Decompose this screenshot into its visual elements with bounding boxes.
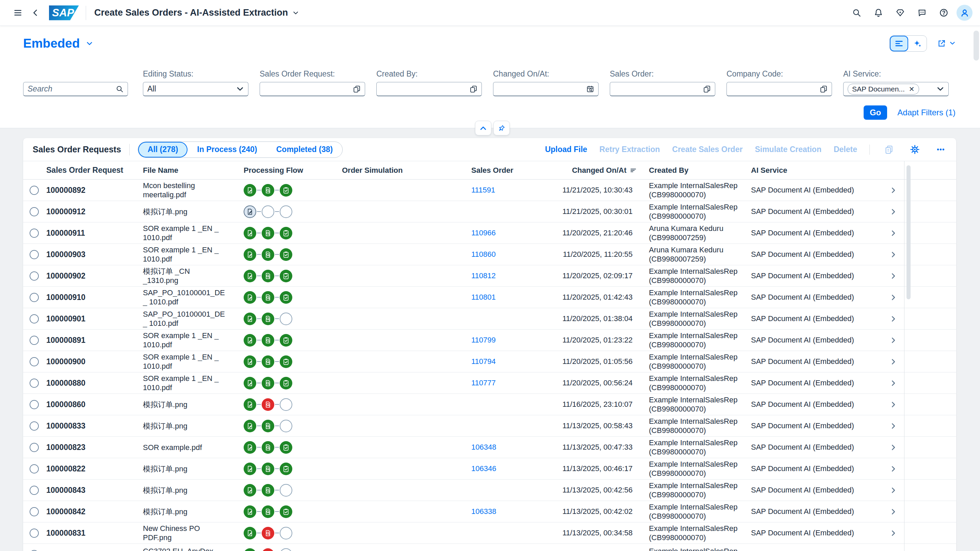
user-avatar[interactable] — [956, 5, 972, 21]
window-scrollbar-thumb[interactable] — [974, 30, 979, 60]
column-header-created-by[interactable]: Created By — [644, 166, 746, 175]
search-icon[interactable] — [848, 4, 865, 22]
tab-in-process-240[interactable]: In Process (240) — [188, 142, 266, 157]
sales-order-link[interactable]: 110777 — [471, 379, 496, 387]
variant-title[interactable]: Embeded — [23, 37, 93, 51]
table-row[interactable]: 100000902模拟订单 _CN _1310.png11081211/20/2… — [23, 265, 956, 287]
column-header-ai-service[interactable]: AI Service — [746, 166, 882, 175]
table-row[interactable]: 100000860模拟订单.png11/16/2025, 23:10:07Exa… — [23, 394, 956, 415]
row-radio[interactable] — [30, 400, 39, 409]
sap-logo[interactable]: SAP — [49, 5, 79, 21]
app-title[interactable]: Create Sales Orders - AI-Assisted Extrac… — [94, 8, 299, 18]
sales-order-link[interactable]: 110812 — [471, 272, 496, 280]
value-help-icon[interactable] — [703, 85, 711, 93]
table-row[interactable]: CC3702 EU_AnyDox TestExample InternalSal… — [23, 544, 956, 551]
pin-header-icon[interactable] — [493, 121, 510, 135]
row-navigation-chevron[interactable] — [890, 230, 897, 237]
table-row[interactable]: 100000891SOR example 1 _EN _ 1010.pdf110… — [23, 330, 956, 351]
column-header-processing-flow[interactable]: Processing Flow — [242, 166, 342, 175]
row-navigation-chevron[interactable] — [890, 251, 897, 258]
help-icon[interactable] — [935, 4, 953, 22]
window-scrollbar[interactable] — [972, 26, 980, 551]
row-radio[interactable] — [30, 336, 39, 345]
row-radio[interactable] — [30, 207, 39, 216]
search-icon[interactable] — [116, 85, 124, 93]
row-navigation-chevron[interactable] — [890, 358, 897, 365]
row-radio[interactable] — [30, 379, 39, 388]
filter-bar-view-icon[interactable] — [890, 36, 908, 51]
collapse-header-icon[interactable] — [475, 121, 492, 135]
menu-icon[interactable] — [9, 4, 27, 22]
sales-order-link[interactable]: 106346 — [471, 464, 496, 473]
table-row[interactable]: 100000822模拟订单.png10634611/13/2025, 00:46… — [23, 458, 956, 480]
row-navigation-chevron[interactable] — [890, 487, 897, 494]
column-header-sales-order-request[interactable]: Sales Order Request — [45, 166, 143, 175]
sales-order-link[interactable]: 111591 — [471, 186, 495, 194]
table-row[interactable]: 100000842模拟订单.png10633811/13/2025, 00:42… — [23, 501, 956, 522]
table-row[interactable]: 100000831New Chiness PO PDF.png11/13/202… — [23, 522, 956, 544]
go-button[interactable]: Go — [864, 105, 887, 120]
search-box[interactable] — [23, 82, 128, 96]
column-header-file-name[interactable]: File Name — [143, 166, 242, 175]
value-help-icon[interactable] — [820, 85, 827, 93]
search-input[interactable] — [27, 82, 116, 95]
row-navigation-chevron[interactable] — [890, 337, 897, 344]
row-radio[interactable] — [30, 550, 39, 551]
table-row[interactable]: 100000880SOR example 1 _EN _ 1010.pdf110… — [23, 372, 956, 394]
table-row[interactable]: 100000901SAP_PO_10100001_DE _ 1010.pdf11… — [23, 308, 956, 330]
row-navigation-chevron[interactable] — [890, 187, 897, 194]
table-row[interactable]: 100000910SAP_PO_10100001_DE _ 1010.pdf11… — [23, 287, 956, 308]
row-radio[interactable] — [30, 507, 39, 516]
row-radio[interactable] — [30, 186, 39, 195]
back-icon[interactable] — [27, 4, 44, 22]
row-radio[interactable] — [30, 272, 39, 281]
sales-order-link[interactable]: 106348 — [471, 443, 496, 451]
row-radio[interactable] — [30, 486, 39, 495]
adapt-filters-link[interactable]: Adapt Filters (1) — [897, 108, 956, 118]
table-row[interactable]: 100000900SOR example 1 _EN _ 1010.pdf110… — [23, 351, 956, 372]
row-radio[interactable] — [30, 314, 39, 324]
delete-button[interactable]: Delete — [834, 145, 857, 154]
row-radio[interactable] — [30, 464, 39, 473]
sales-order-link[interactable]: 110794 — [471, 357, 496, 366]
table-row[interactable]: 100000823SOR example.pdf10634811/13/2025… — [23, 437, 956, 458]
column-header-sales-order[interactable]: Sales Order — [441, 166, 537, 175]
feedback-chat-icon[interactable] — [913, 4, 931, 22]
upload-file-button[interactable]: Upload File — [545, 145, 587, 154]
row-navigation-chevron[interactable] — [890, 465, 897, 472]
filter-input-editing-status[interactable]: All — [143, 82, 248, 96]
value-help-icon[interactable] — [469, 85, 477, 93]
sales-order-link[interactable]: 110799 — [471, 336, 496, 344]
tab-completed-38[interactable]: Completed (38) — [267, 142, 342, 157]
filter-input-sales-order[interactable] — [610, 82, 715, 96]
table-row[interactable]: 100000912模拟订单.png11/21/2025, 00:30:01Exa… — [23, 201, 956, 222]
tab-all-278[interactable]: All (278) — [138, 142, 188, 157]
row-navigation-chevron[interactable] — [890, 508, 897, 515]
table-row[interactable]: 100000903SOR example 1 _EN _ 1010.pdf110… — [23, 244, 956, 265]
select-arrow-icon[interactable] — [236, 85, 244, 93]
filter-input-changed-on-at[interactable] — [493, 82, 598, 96]
simulate-creation-button[interactable]: Simulate Creation — [755, 145, 821, 154]
table-row[interactable]: 100000892Mcon bestelling meertalig.pdf11… — [23, 179, 956, 201]
row-navigation-chevron[interactable] — [890, 294, 897, 301]
row-navigation-chevron[interactable] — [890, 380, 897, 387]
row-radio[interactable] — [30, 421, 39, 430]
row-navigation-chevron[interactable] — [890, 444, 897, 451]
row-radio[interactable] — [30, 293, 39, 302]
select-arrow-icon[interactable] — [937, 85, 944, 93]
notifications-bell-icon[interactable] — [869, 4, 887, 22]
table-scrollbar[interactable] — [907, 165, 911, 299]
row-navigation-chevron[interactable] — [890, 422, 897, 430]
filter-input-company-code[interactable] — [727, 82, 832, 96]
row-navigation-chevron[interactable] — [890, 315, 897, 322]
table-row[interactable]: 100000843模拟订单.png11/13/2025, 00:42:56Exa… — [23, 480, 956, 501]
ai-sparkle-view-icon[interactable] — [908, 36, 927, 51]
row-navigation-chevron[interactable] — [890, 272, 897, 279]
filter-input-sales-order-request[interactable] — [259, 82, 365, 96]
sales-order-link[interactable]: 110801 — [471, 293, 496, 301]
settings-gear-icon[interactable] — [908, 143, 921, 156]
row-radio[interactable] — [30, 357, 39, 366]
filter-input-created-by[interactable] — [376, 82, 482, 96]
create-sales-order-button[interactable]: Create Sales Order — [672, 145, 743, 154]
row-navigation-chevron[interactable] — [890, 530, 897, 537]
